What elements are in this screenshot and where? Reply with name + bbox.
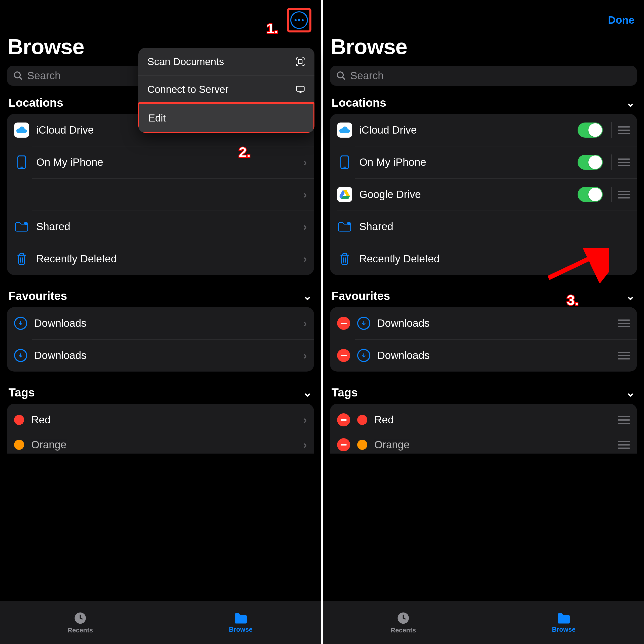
chevron-down-icon: ⌄ <box>626 289 635 303</box>
svg-line-1 <box>19 77 22 79</box>
section-label: Favourites <box>332 289 390 303</box>
chevron-down-icon: ⌄ <box>626 96 635 109</box>
drag-handle-icon[interactable] <box>612 412 630 428</box>
icloud-icon <box>337 123 352 138</box>
shared-folder-icon <box>337 219 352 234</box>
tag-color-dot <box>357 440 367 450</box>
delete-button[interactable] <box>337 413 350 426</box>
screenshot-divider <box>321 0 323 644</box>
row-label: Shared <box>359 221 630 233</box>
drag-handle-icon[interactable] <box>612 437 630 453</box>
menu-item-edit[interactable]: Edit <box>139 104 313 132</box>
annotation-step-1: 1. <box>266 20 278 36</box>
menu-item-connect-server[interactable]: Connect to Server <box>138 75 314 103</box>
section-header-tags[interactable]: Tags ⌄ <box>7 386 314 399</box>
tab-browse[interactable]: Browse <box>484 601 644 644</box>
location-row-blank[interactable]: › <box>7 178 314 211</box>
favourite-row-downloads[interactable]: Downloads <box>330 339 637 372</box>
page-title: Browse <box>331 34 637 59</box>
svg-rect-11 <box>297 86 304 91</box>
tab-recents[interactable]: Recents <box>323 601 484 644</box>
delete-button[interactable] <box>337 349 350 362</box>
chevron-right-icon: › <box>303 156 307 169</box>
tab-label: Browse <box>552 626 576 633</box>
menu-item-scan-documents[interactable]: Scan Documents <box>138 48 314 75</box>
toggle-google-drive[interactable] <box>578 187 603 202</box>
annotation-step-3: 3. <box>567 292 579 308</box>
svg-point-15 <box>337 72 343 78</box>
section-header-favourites[interactable]: Favourites ⌄ <box>7 289 314 303</box>
context-menu: Scan Documents Connect to Server Edit <box>138 48 314 133</box>
trash-icon <box>337 251 352 266</box>
location-row-icloud[interactable]: iCloud Drive <box>330 114 637 146</box>
favourites-list: Downloads Downloads <box>330 307 637 372</box>
row-label: Recently Deleted <box>36 253 296 265</box>
search-icon <box>13 71 23 81</box>
locations-list: iCloud Drive › On My iPhone › › Shared › <box>7 114 314 275</box>
google-drive-icon <box>337 187 352 202</box>
menu-label: Edit <box>148 112 166 124</box>
row-label: On My iPhone <box>359 156 571 168</box>
chevron-right-icon: › <box>303 253 307 265</box>
row-label: On My iPhone <box>36 156 296 168</box>
top-bar: Done <box>330 8 637 33</box>
delete-button[interactable] <box>337 438 350 451</box>
blank-icon <box>14 187 29 202</box>
tag-row-red[interactable]: Red <box>330 404 637 436</box>
tag-row-orange[interactable]: Orange › <box>7 436 314 454</box>
tab-recents[interactable]: Recents <box>0 601 160 644</box>
row-label: Orange <box>374 439 603 451</box>
drag-handle-icon[interactable] <box>612 348 630 363</box>
tab-browse[interactable]: Browse <box>160 601 321 644</box>
server-icon <box>295 85 305 95</box>
more-button[interactable] <box>290 11 308 29</box>
delete-button[interactable] <box>337 317 350 330</box>
chevron-down-icon: ⌄ <box>303 289 312 303</box>
favourite-row-downloads[interactable]: Downloads <box>330 307 637 339</box>
location-row-google-drive[interactable]: Google Drive <box>330 178 637 211</box>
iphone-icon <box>14 155 29 170</box>
section-label: Locations <box>332 96 386 109</box>
drag-handle-icon[interactable] <box>611 122 630 138</box>
toggle-icloud[interactable] <box>578 123 603 138</box>
chevron-right-icon: › <box>303 220 307 233</box>
location-row-iphone[interactable]: On My iPhone › <box>7 146 314 178</box>
folder-icon <box>556 612 571 624</box>
location-row-iphone[interactable]: On My iPhone <box>330 146 637 178</box>
row-label: Downloads <box>377 349 603 361</box>
chevron-down-icon: ⌄ <box>626 386 635 399</box>
drag-handle-icon[interactable] <box>611 154 630 170</box>
clock-icon <box>73 611 87 625</box>
done-button[interactable]: Done <box>608 14 634 26</box>
tag-row-red[interactable]: Red › <box>7 404 314 436</box>
drag-handle-icon[interactable] <box>611 187 630 202</box>
folder-icon <box>233 612 248 624</box>
location-row-shared[interactable]: Shared › <box>7 211 314 243</box>
chevron-down-icon: ⌄ <box>303 386 312 399</box>
location-row-shared[interactable]: Shared <box>330 211 637 243</box>
trash-icon <box>14 251 29 266</box>
favourite-row-downloads[interactable]: Downloads › <box>7 339 314 372</box>
search-field[interactable]: Search <box>330 66 637 86</box>
favourite-row-downloads[interactable]: Downloads › <box>7 307 314 339</box>
location-row-recently-deleted[interactable]: Recently Deleted › <box>7 243 314 275</box>
row-label: Red <box>374 414 603 426</box>
drag-handle-icon[interactable] <box>612 315 630 331</box>
chevron-right-icon: › <box>303 414 307 426</box>
section-header-tags[interactable]: Tags ⌄ <box>330 386 637 399</box>
svg-point-5 <box>25 222 26 223</box>
tag-row-orange[interactable]: Orange <box>330 436 637 454</box>
icloud-icon <box>14 123 29 138</box>
row-label: Shared <box>36 221 296 233</box>
svg-line-25 <box>548 255 596 278</box>
download-icon <box>357 317 370 330</box>
svg-point-20 <box>348 222 349 223</box>
row-label: Orange <box>31 439 296 451</box>
toggle-iphone[interactable] <box>578 155 603 170</box>
tag-color-dot <box>14 440 24 450</box>
row-label: Google Drive <box>359 188 571 200</box>
left-screenshot: 1. Browse Search Locations ⌄ iCloud Driv… <box>0 0 321 644</box>
section-header-locations[interactable]: Locations ⌄ <box>330 96 637 109</box>
chevron-right-icon: › <box>303 349 307 362</box>
section-header-favourites[interactable]: Favourites ⌄ <box>330 289 637 303</box>
